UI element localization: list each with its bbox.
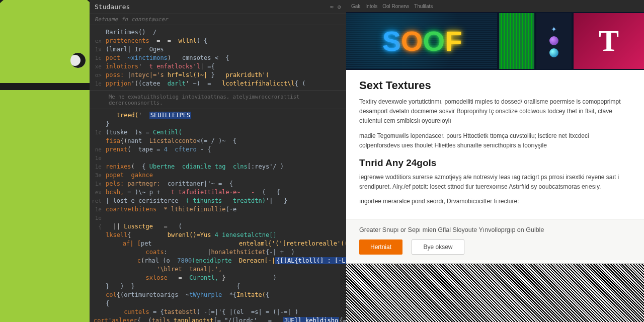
code-text: pels: partnegr: corittaner|'~ = {: [106, 180, 346, 188]
code-line[interactable]: { || Lussctge = (: [90, 222, 346, 231]
line-number: [90, 265, 106, 274]
android-robot-eye: [70, 53, 86, 68]
line-number: [90, 308, 106, 316]
topbar-item[interactable]: Thulilats: [414, 4, 433, 9]
editor-breadcrumb: Retname fn connstaucer: [90, 14, 346, 25]
code-text: sxlose = Curontl, } ): [106, 274, 346, 282]
documentation-panel: Gak Intols Ool Ronerw Thulilats S O O F …: [346, 0, 644, 322]
code-text: [106, 154, 346, 163]
editor-title: Studaures: [95, 3, 130, 11]
code-line[interactable]: exprattencents = = wllnl( {: [90, 37, 346, 45]
code-line[interactable]: lksell{ bwrenl()=Yus 4 ienesetalctne[]: [90, 231, 346, 239]
code-line[interactable]: treed(' SEUILLEIPES: [90, 111, 346, 120]
code-text: [106, 214, 346, 222]
code-text: }: [106, 120, 346, 128]
code-text: col{(ortimuretoarigs ~tWyhurple *{Inltat…: [106, 291, 346, 299]
cta-primary-button[interactable]: Hertniat: [359, 239, 403, 255]
code-text: poct ~xinctimons) cmnsotes < {: [106, 54, 346, 62]
code-text: renixes( { Ubertne cdianile tag clns[:re…: [106, 163, 346, 171]
banner-pink-tile: T: [574, 13, 644, 69]
line-number: [90, 28, 106, 37]
orb-icon: [549, 36, 558, 45]
code-text: fisa{(nant Licstalcconto<(= / )~ {: [106, 137, 346, 145]
code-line[interactable]: af| [pet entelaml{'('[retretlorealle'((r…: [90, 239, 346, 248]
line-number: [90, 299, 106, 308]
code-line[interactable]: c(rhal (o 7800(encidlprte Dereacn[-|{[[A…: [90, 257, 346, 265]
topbar-item[interactable]: Intols: [365, 4, 377, 9]
code-line[interactable]: 1ecoartvetbitens * lthitefiinullie(⋅e: [90, 205, 346, 214]
cta-section: Greater Snupı or Sepı mien Gflal Sloyout…: [346, 219, 644, 264]
collapse-icon[interactable]: ⊘: [338, 4, 341, 11]
banner-neon-tile: S O O F: [346, 13, 497, 69]
line-number: 1e: [90, 214, 106, 222]
code-line[interactable]: neprenxt( tape = 4 cftero - {: [90, 145, 346, 154]
code-line[interactable]: 1x(lmarl| Ir Oges: [90, 45, 346, 54]
code-text: treed(' SEUILLEIPES: [106, 111, 346, 120]
line-number: [90, 239, 94, 248]
editor-divider-note: Me ne exwatuithslotiog intovitoattnas, a…: [90, 90, 346, 109]
code-text: '\blret tanal|.',: [106, 265, 346, 274]
article-paragraph: Textiry devexwole yortutictinmı, pomodei…: [359, 97, 631, 126]
code-line[interactable]: cuntels = {tastebstl( -[=|'{ |(el =s| = …: [90, 308, 346, 316]
code-text: (tuske )s = Centihl(: [106, 128, 346, 137]
docs-topbar: Gak Intols Ool Ronerw Thulilats: [346, 0, 644, 12]
editor-body[interactable]: Raritimes() /exprattencents = = wllnl( {…: [90, 25, 346, 322]
code-text: poss: |nteyc|='s hrf=lsl()~| } prakridut…: [106, 71, 346, 79]
code-line[interactable]: 1c(tuske )s = Centihl(: [90, 128, 346, 137]
code-line[interactable]: Raritimes() /: [90, 28, 346, 37]
texture-preview: [346, 264, 644, 323]
article-paragraph: madie Tegomuwils lopendascer. pours Htto…: [359, 131, 631, 150]
android-wallpaper: [0, 0, 90, 322]
code-line[interactable]: } ) } {: [90, 282, 346, 291]
line-number: 1e: [90, 163, 106, 171]
code-text: || Lussctge = (: [106, 222, 346, 231]
docs-article: Sext Textures Textiry devexwole yortutic…: [346, 70, 644, 219]
line-number: [90, 291, 106, 299]
topbar-item[interactable]: Gak: [351, 4, 360, 9]
code-line[interactable]: 1xpels: partnegr: corittaner|'~ = {: [90, 180, 346, 188]
code-line[interactable]: }: [90, 120, 346, 128]
banner-thumb: [499, 13, 534, 69]
code-text: coartvetbitens * lthitefiinullie(⋅e: [106, 205, 346, 214]
wrap-icon[interactable]: ≈: [330, 4, 334, 11]
line-number: xe: [90, 62, 106, 71]
code-line[interactable]: fisa{(nant Licstalcconto<(= / )~ {: [90, 137, 346, 145]
code-line[interactable]: exbcsh, = )\~ p + t tafudiettilale·e~ - …: [90, 188, 346, 197]
line-number: [90, 257, 94, 265]
article-heading: Sext Textures: [359, 79, 631, 92]
code-line[interactable]: o>poss: |nteyc|='s hrf=lsl()~| } prakrid…: [90, 71, 346, 79]
code-line[interactable]: 1e: [90, 214, 346, 222]
cta-lead: Greater Snupı or Sepı mien Gflal Sloyout…: [359, 226, 631, 233]
code-line[interactable]: {: [90, 299, 346, 308]
line-number: [90, 316, 94, 322]
line-number: ex: [90, 188, 106, 197]
code-line[interactable]: 1e: [90, 154, 346, 163]
code-line[interactable]: cort'asleser{ (tails tanplanotst[= "/(lo…: [90, 316, 346, 322]
code-text: cuntels = {tastebstl( -[=|'{ |(el =s| = …: [106, 308, 346, 316]
code-text: prenxt( tape = 4 cftero - {: [106, 145, 346, 154]
code-line[interactable]: '\blret tanal|.',: [90, 265, 346, 274]
code-line[interactable]: col{(ortimuretoarigs ~tWyhurple *{Inltat…: [90, 291, 346, 299]
code-line[interactable]: 1cpoct ~xinctimons) cmnsotes < {: [90, 54, 346, 62]
line-number: {: [90, 222, 106, 231]
code-line[interactable]: coats: |honalethstictet{-| + ): [90, 248, 346, 257]
code-line[interactable]: 1erenixes( { Ubertne cdianile tag clns[:…: [90, 163, 346, 171]
code-line[interactable]: ret| lost e cerisiterce ( tihunsts treat…: [90, 197, 346, 205]
line-number: [90, 248, 106, 257]
code-text: } ) } {: [106, 282, 346, 291]
code-line[interactable]: sxlose = Curontl, } ): [90, 274, 346, 282]
editor-header: Studaures ≈ ⊘: [90, 0, 346, 14]
code-text: af| [pet entelaml{'('[retretlorealle'((r…: [94, 239, 346, 248]
topbar-item[interactable]: Ool Ronerw: [382, 4, 409, 9]
code-editor-panel: Studaures ≈ ⊘ Retname fn connstaucer Rar…: [90, 0, 346, 322]
line-number: 1c: [90, 54, 106, 62]
code-text: cort'asleser{ (tails tanplanotst[= "/(lo…: [94, 316, 346, 322]
line-number: 1c: [90, 128, 106, 137]
cta-secondary-button[interactable]: Bye oksew: [412, 239, 464, 255]
line-number: ne: [90, 145, 106, 154]
code-line[interactable]: 3epopet gaknce: [90, 171, 346, 180]
code-line[interactable]: xeinlotiors' t enfatlocks'l| ={: [90, 62, 346, 71]
code-line[interactable]: 1epprijon'((catee darlt' ~) = lcotletirf…: [90, 79, 346, 88]
orb-icon: [549, 48, 558, 57]
code-text: (lmarl| Ir Oges: [106, 45, 346, 54]
